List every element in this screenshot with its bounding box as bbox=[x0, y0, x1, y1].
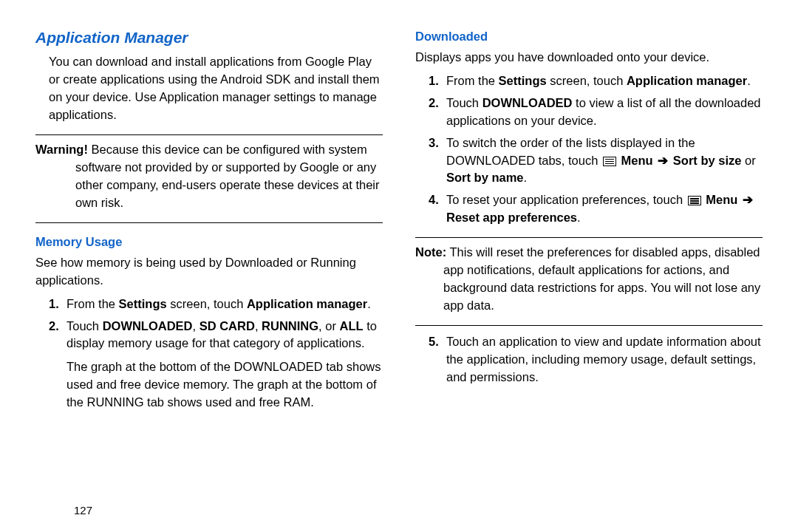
bold-text: DOWNLOADED bbox=[482, 96, 573, 109]
section-title-application-manager: Application Manager bbox=[35, 27, 383, 49]
arrow-icon: ➔ bbox=[656, 154, 669, 167]
text: , bbox=[193, 319, 200, 332]
bold-text: Reset app preferences bbox=[446, 211, 577, 224]
text: From the bbox=[446, 74, 499, 87]
step-extra-paragraph: The graph at the bottom of the DOWNLOADE… bbox=[35, 358, 383, 412]
text: . bbox=[524, 171, 528, 184]
text: , or bbox=[318, 319, 339, 332]
divider bbox=[35, 222, 383, 223]
step-item: Touch DOWNLOADED to view a list of all t… bbox=[415, 95, 763, 130]
downloaded-intro: Displays apps you have downloaded onto y… bbox=[415, 49, 763, 66]
note-label: Note: bbox=[415, 245, 446, 259]
step-item: To switch the order of the lists display… bbox=[415, 134, 763, 188]
bold-text: Sort by size bbox=[673, 154, 742, 167]
step-item: Touch DOWNLOADED, SD CARD, RUNNING, or A… bbox=[35, 318, 383, 353]
right-column: Downloaded Displays apps you have downlo… bbox=[415, 27, 763, 519]
text: . bbox=[577, 211, 581, 224]
note-text: This will reset the preferences for disa… bbox=[443, 245, 760, 312]
menu-icon bbox=[603, 157, 616, 166]
bold-text: Settings bbox=[119, 297, 167, 310]
warning-block: Warning! Because this device can be conf… bbox=[35, 141, 383, 212]
text: . bbox=[747, 74, 751, 87]
bold-text: Application manager bbox=[627, 74, 747, 87]
downloaded-steps: From the Settings screen, touch Applicat… bbox=[415, 72, 763, 231]
step-item: From the Settings screen, touch Applicat… bbox=[415, 72, 763, 90]
memory-intro: See how memory is being used by Download… bbox=[35, 254, 383, 290]
step-item: To reset your application preferences, t… bbox=[415, 191, 763, 227]
divider bbox=[415, 325, 763, 326]
bold-text: Sort by name bbox=[446, 171, 524, 184]
menu-icon bbox=[688, 196, 701, 205]
text: To reset your application preferences, t… bbox=[446, 193, 686, 206]
warning-label: Warning! bbox=[35, 143, 88, 156]
divider bbox=[415, 237, 763, 238]
note-block: Note: This will reset the preferences fo… bbox=[415, 244, 763, 315]
arrow-icon: ➔ bbox=[741, 193, 754, 206]
subheading-memory-usage: Memory Usage bbox=[35, 233, 383, 251]
text: screen, touch bbox=[167, 297, 247, 310]
bold-text: Application manager bbox=[247, 297, 367, 310]
text: . bbox=[367, 297, 371, 310]
bold-text: Menu bbox=[621, 154, 653, 167]
bold-text: DOWNLOADED bbox=[103, 319, 193, 332]
bold-text: ALL bbox=[339, 319, 363, 332]
text: From the bbox=[66, 297, 119, 310]
text: Touch bbox=[66, 319, 103, 332]
page-number: 127 bbox=[35, 495, 383, 519]
text: , bbox=[255, 319, 262, 332]
step-item: Touch an application to view and update … bbox=[415, 333, 763, 386]
bold-text: RUNNING bbox=[262, 319, 318, 332]
text: or bbox=[741, 154, 755, 167]
manual-page: Application Manager You can download and… bbox=[0, 0, 798, 532]
subheading-downloaded: Downloaded bbox=[415, 28, 763, 46]
bold-text: SD CARD bbox=[200, 319, 255, 332]
left-column: Application Manager You can download and… bbox=[35, 27, 383, 519]
divider bbox=[35, 134, 383, 135]
warning-text: Because this device can be configured wi… bbox=[75, 143, 380, 209]
text: screen, touch bbox=[547, 74, 627, 87]
intro-paragraph: You can download and install application… bbox=[35, 53, 383, 124]
memory-steps: From the Settings screen, touch Applicat… bbox=[35, 296, 383, 358]
text: Touch bbox=[446, 96, 482, 109]
text: Touch an application to view and update … bbox=[446, 335, 761, 383]
step-item: From the Settings screen, touch Applicat… bbox=[35, 296, 383, 313]
bold-text: Menu bbox=[706, 193, 737, 206]
bold-text: Settings bbox=[499, 74, 547, 87]
downloaded-steps-continued: Touch an application to view and update … bbox=[415, 333, 763, 391]
